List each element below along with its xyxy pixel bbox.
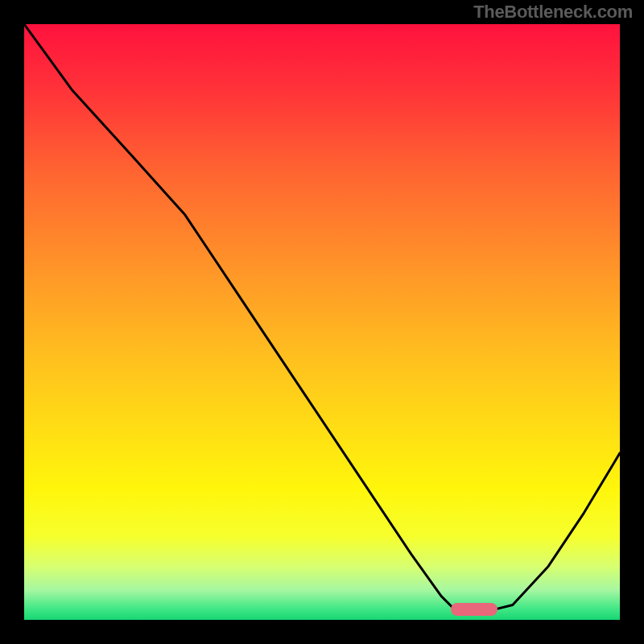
watermark: TheBottleneck.com xyxy=(473,2,633,23)
bottleneck-chart xyxy=(24,24,620,620)
optimum-marker xyxy=(451,603,497,616)
chart-background xyxy=(24,24,620,620)
chart-frame xyxy=(22,22,622,622)
